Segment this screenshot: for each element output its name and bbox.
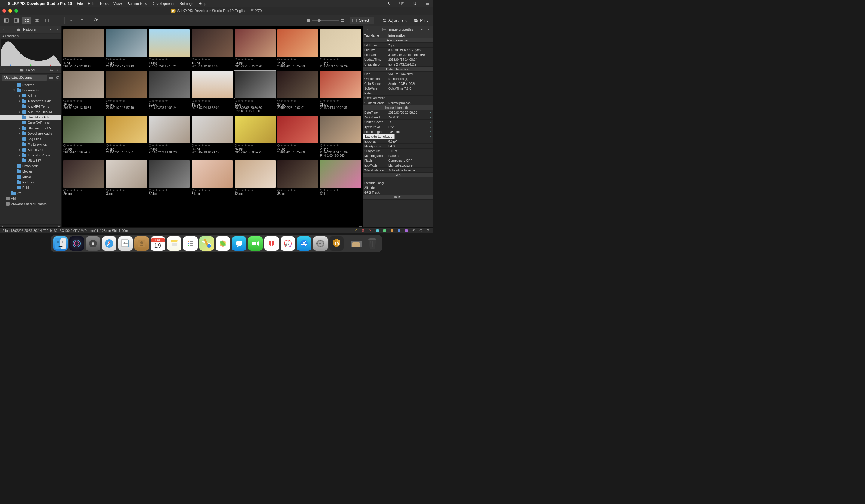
rating-row[interactable]: ★★★★★ xyxy=(64,99,104,103)
layout-right-button[interactable] xyxy=(12,16,21,24)
menu-file[interactable]: File xyxy=(77,1,83,6)
rating-row[interactable]: ★★★★★ xyxy=(277,99,318,103)
single-view-button[interactable] xyxy=(43,16,52,24)
rating-row[interactable]: ★★★★★ xyxy=(192,189,232,192)
cursor-icon[interactable] xyxy=(387,1,392,6)
tree-node[interactable]: AnyMP4 Temp xyxy=(0,104,61,109)
rating-row[interactable]: ★★★★★ xyxy=(106,58,147,61)
tree-node[interactable]: Desktop xyxy=(0,82,61,87)
thumbnail[interactable]: ★★★★★10.jpg2015/02/17 14:18:43 xyxy=(106,30,147,68)
chevron-left-icon[interactable]: ‹ xyxy=(2,68,6,72)
rating-row[interactable]: ★★★★★ xyxy=(192,58,232,61)
sync-icon[interactable]: ⟳ xyxy=(426,228,430,233)
dock-reminders[interactable] xyxy=(183,236,198,251)
rating-row[interactable]: ★★★★★ xyxy=(320,99,361,103)
menu-list-icon[interactable] xyxy=(425,1,429,6)
layout-left-button[interactable] xyxy=(2,16,11,24)
rating-row[interactable]: ★★★★★ xyxy=(234,99,276,103)
tree-node[interactable]: ▶Studio One xyxy=(0,147,61,152)
dock-launchpad[interactable] xyxy=(86,236,100,251)
tree-node[interactable]: Music xyxy=(0,174,61,179)
panel-menu-icon[interactable]: ▸≡ xyxy=(420,27,425,32)
slider-track[interactable] xyxy=(312,20,339,21)
tree-node[interactable]: ▶DRmare Tidal M xyxy=(0,125,61,131)
rating-row[interactable]: ★★★★★ xyxy=(64,144,104,147)
compare-view-button[interactable] xyxy=(33,16,42,24)
thumbnail-size-slider[interactable] xyxy=(307,19,345,22)
thumbnail[interactable]: ★★★★★3.jpg xyxy=(106,160,147,196)
fullscreen-button[interactable] xyxy=(53,16,62,24)
close-icon[interactable]: × xyxy=(55,68,59,72)
menu-settings[interactable]: Settings xyxy=(180,1,194,6)
zoom-tool-button[interactable] xyxy=(91,16,101,24)
refresh-icon[interactable] xyxy=(55,75,59,80)
dock-siri[interactable] xyxy=(69,236,84,251)
dock-contacts[interactable] xyxy=(135,236,149,251)
tree-node[interactable]: Downloads xyxy=(0,163,61,169)
thumbnail[interactable]: ★★★★★11.jpg2015/07/28 12:19:21 xyxy=(149,30,190,68)
check-icon[interactable]: ✓ xyxy=(354,228,358,233)
rating-row[interactable]: ★★★★★ xyxy=(64,58,104,61)
rating-row[interactable]: ★★★★★ xyxy=(277,189,318,192)
color-purple-icon[interactable] xyxy=(404,228,408,233)
tree-node[interactable]: Movies xyxy=(0,169,61,174)
menu-help[interactable]: Help xyxy=(198,1,207,6)
rating-row[interactable]: ★★★★★ xyxy=(106,189,147,192)
menu-edit[interactable]: Edit xyxy=(88,1,94,6)
rating-row[interactable]: ★★★★★ xyxy=(106,99,147,103)
rating-row[interactable]: ★★★★★ xyxy=(106,144,147,147)
thumbnail[interactable]: ★★★★★17.jpg2016/01/20 15:57:49 xyxy=(106,71,147,113)
thumbnail[interactable]: ★★★★★27.jpg2016/04/18 10:24:06 xyxy=(277,116,318,157)
thumbnail[interactable]: ★★★★★26.jpg2016/04/18 10:24:25 xyxy=(234,116,276,157)
maximize-button[interactable] xyxy=(14,9,18,13)
rating-row[interactable]: ★★★★★ xyxy=(320,58,361,61)
delete-mark-icon[interactable]: ✕ xyxy=(368,228,372,233)
thumbnail[interactable]: ★★★★★33.jpg xyxy=(277,160,318,196)
thumbnail[interactable]: ★★★★★31.jpg xyxy=(192,160,232,196)
tree-node[interactable]: Ultra 387 xyxy=(0,158,61,163)
mark-button[interactable] xyxy=(67,16,76,24)
thumbnail[interactable]: ★★★★★13.jpg2015/09/13 12:02:28 xyxy=(234,30,276,68)
menu-view[interactable]: View xyxy=(113,1,122,6)
close-icon[interactable]: × xyxy=(426,27,431,32)
chevron-right-icon[interactable]: ▶ xyxy=(58,225,60,228)
folder-browse-icon[interactable] xyxy=(49,75,53,80)
color-green-icon[interactable] xyxy=(383,228,387,233)
thumbnail[interactable]: ★★★★★30.jpg xyxy=(149,160,190,196)
tree-node[interactable]: ▶Adobe xyxy=(0,93,61,98)
thumbnail[interactable]: ★★★★★21.jpg2016/04/18 10:29:31 xyxy=(320,71,361,113)
chevron-right-icon[interactable]: › xyxy=(365,27,369,32)
thumbnail[interactable]: ★★★★★23.jpg2015/02/16 13:55:51 xyxy=(106,116,147,157)
tree-node[interactable]: ▶Aiseesoft Studio xyxy=(0,98,61,104)
tree-node[interactable]: Log Files xyxy=(0,136,61,142)
grid-view-button[interactable] xyxy=(22,16,31,24)
tree-node[interactable]: vm xyxy=(0,190,61,196)
dock-preview[interactable] xyxy=(118,236,132,251)
thumbnail[interactable]: ★★★★★15.jpg2015/11/17 10:04:24 xyxy=(320,30,361,68)
rating-row[interactable]: ★★★★★ xyxy=(320,189,361,192)
close-icon[interactable]: × xyxy=(55,27,59,32)
tree-node[interactable]: VM xyxy=(0,196,61,201)
tree-node[interactable]: ▶TunesKit Video xyxy=(0,152,61,158)
rating-row[interactable]: ★★★★★ xyxy=(277,58,318,61)
thumbnail-grid[interactable]: ★★★★★1.jpg2015/10/14 12:16:42★★★★★10.jpg… xyxy=(62,26,363,227)
dock-facetime[interactable] xyxy=(248,236,263,251)
menu-tools[interactable]: Tools xyxy=(99,1,108,6)
thumbnail[interactable]: ★★★★★20.jpg2015/09/28 12:02:01 xyxy=(277,71,318,113)
dock-settings[interactable] xyxy=(313,236,327,251)
rating-row[interactable]: ★★★★★ xyxy=(234,189,276,192)
chevron-left-icon[interactable]: ◀ xyxy=(1,225,3,228)
trash-icon[interactable] xyxy=(419,228,423,233)
rating-row[interactable]: ★★★★★ xyxy=(277,144,318,147)
rating-row[interactable]: ★★★★★ xyxy=(320,144,361,147)
menu-parameters[interactable]: Parameters xyxy=(127,1,147,6)
print-button[interactable]: Print xyxy=(411,16,431,24)
tree-node[interactable]: ▶AudFree Tidal M xyxy=(0,109,61,115)
dock-maps[interactable] xyxy=(199,236,214,251)
dock-notes[interactable] xyxy=(167,236,181,251)
rotate-ccw-icon[interactable]: ↶ xyxy=(412,228,416,233)
tree-node[interactable]: ▶Joyoshare Audio xyxy=(0,131,61,136)
rating-row[interactable]: ★★★★★ xyxy=(192,99,232,103)
menu-development[interactable]: Development xyxy=(152,1,175,6)
app-name[interactable]: SILKYPIX Developer Studio Pro 10 xyxy=(8,1,72,6)
